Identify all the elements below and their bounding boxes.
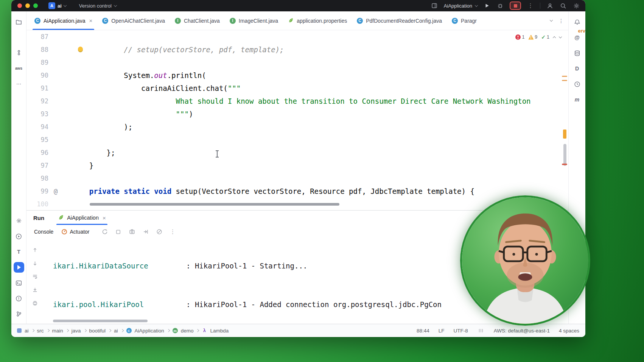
run-tool-icon[interactable] [14, 262, 24, 273]
tab-label: ImageClient.java [239, 18, 278, 24]
editor-horizontal-scrollbar[interactable] [90, 203, 339, 206]
terminal-tool-icon[interactable] [14, 278, 24, 288]
rerun-icon[interactable] [101, 228, 109, 236]
tab-openaichatclient-java[interactable]: C OpenAiChatClient.java [97, 11, 170, 30]
console-horizontal-scrollbar[interactable] [53, 320, 148, 322]
run-config-selector[interactable]: AiApplication [444, 3, 478, 9]
code-line[interactable]: 96 }; [26, 146, 568, 159]
console-more-icon[interactable]: ⋮ [169, 228, 177, 236]
stop-icon [514, 4, 517, 8]
interface-icon: I [175, 18, 181, 24]
project-tool-icon[interactable] [14, 17, 24, 27]
stop-process-icon[interactable] [115, 228, 122, 236]
caret-position[interactable]: 88:44 [417, 328, 429, 334]
search-icon[interactable] [559, 2, 567, 9]
prev-problem-icon[interactable] [553, 36, 556, 39]
zoom-window-button[interactable] [33, 3, 38, 8]
inspections-widget[interactable]: 1 9 ✓1 [514, 33, 563, 41]
project-widget[interactable]: A ai [48, 2, 66, 9]
settings-gear-icon[interactable] [572, 2, 580, 9]
method-icon: m [173, 328, 178, 333]
scroll-end-icon[interactable] [31, 286, 39, 293]
menu-version-control[interactable]: Version control [79, 3, 117, 9]
editor-vertical-scrollbar[interactable] [563, 144, 566, 166]
file-encoding[interactable]: UTF-8 [453, 328, 468, 334]
passed-count: ✓1 [541, 34, 549, 40]
git-branch-icon[interactable] [14, 309, 24, 319]
minimize-window-button[interactable] [25, 3, 30, 8]
aws-toolkit-icon[interactable]: aws [14, 63, 24, 73]
tab-application-properties[interactable]: application.properties [283, 11, 352, 30]
indent-setting[interactable]: 4 spaces [559, 328, 579, 334]
close-window-button[interactable] [17, 3, 22, 8]
breadcrumb[interactable]: ai src main java bootiful ai C AiApplica… [17, 328, 229, 334]
todo-tool-icon[interactable]: T [14, 247, 24, 257]
scroll-up-icon[interactable] [31, 246, 39, 254]
stripe-error-mark [562, 164, 567, 165]
tab-aiapplication-java[interactable]: C AiApplication.java × [30, 11, 97, 30]
ai-assistant-icon[interactable]: @ [572, 32, 582, 43]
aws-connection[interactable]: AWS: default@us-east-1 [494, 328, 550, 334]
tab-paragraph-truncated[interactable]: C Paragr [447, 11, 482, 30]
check-icon: ✓ [541, 34, 546, 40]
services-gear-icon[interactable] [14, 215, 24, 226]
soft-wrap-icon[interactable] [31, 273, 39, 280]
more-tools-icon[interactable]: ⋯ [14, 78, 24, 89]
console-tab[interactable]: Console [33, 226, 54, 237]
problems-tool-icon[interactable] [14, 293, 24, 304]
clear-console-icon[interactable] [156, 228, 163, 236]
code-line[interactable]: 92 What should I know about the transiti… [26, 95, 568, 108]
chevron-right-icon [196, 329, 199, 332]
dependencies-icon[interactable]: D [572, 63, 582, 74]
history-icon[interactable] [572, 79, 582, 89]
code-line[interactable]: 91 carinaAiClient.chat(""" [26, 82, 568, 95]
scroll-to-end-icon[interactable] [142, 228, 149, 236]
close-icon[interactable]: × [103, 215, 106, 221]
code-editor[interactable]: 87 88 // setup(vectorStore, pdf, templat… [26, 30, 568, 210]
more-actions-icon[interactable]: ⋮ [527, 2, 534, 9]
code-line[interactable]: 99 @ private static void setup(VectorSto… [26, 185, 568, 198]
chevron-right-icon [83, 329, 86, 332]
commit-tool-icon[interactable] [14, 47, 24, 58]
scroll-down-icon[interactable] [31, 259, 39, 267]
print-icon[interactable] [31, 299, 39, 307]
code-line[interactable]: 93 """) [26, 108, 568, 120]
code-line[interactable]: 95 [26, 133, 568, 146]
indent-guide-icon[interactable] [477, 327, 485, 334]
notifications-bell-icon[interactable] [572, 17, 582, 27]
chevron-right-icon [66, 329, 69, 332]
run-button[interactable] [483, 2, 491, 9]
status-bar-widgets: 88:44 LF UTF-8 AWS: default@us-east-1 4 … [417, 327, 579, 334]
run-config-name: AiApplication [444, 3, 472, 9]
actuator-tab[interactable]: Actuator [62, 229, 89, 235]
stripe-warning-mark [562, 80, 567, 81]
tab-imageclient-java[interactable]: I ImageClient.java [225, 11, 283, 30]
intention-bulb-icon[interactable] [78, 47, 83, 51]
code-line[interactable]: 97 } [26, 159, 568, 172]
line-separator[interactable]: LF [439, 328, 445, 334]
tool-windows-icon[interactable] [431, 2, 438, 9]
stop-button[interactable] [510, 2, 521, 10]
database-icon[interactable] [572, 48, 582, 58]
warning-count: 9 [528, 34, 537, 40]
chevron-right-icon [31, 329, 34, 332]
thread-dump-icon[interactable] [128, 228, 136, 236]
maven-icon[interactable]: m [572, 94, 582, 105]
tab-options-icon[interactable]: ⋮ [558, 18, 564, 24]
tab-pdfdocumentreaderconfig-java[interactable]: C PdfDocumentReaderConfig.java [352, 11, 447, 30]
tab-chatclient-java[interactable]: I ChatClient.java [170, 11, 225, 30]
debug-tool-icon[interactable] [14, 231, 24, 242]
code-line[interactable]: 94 ); [26, 120, 568, 133]
code-line[interactable]: 88 // setup(vectorStore, pdf, template); [26, 43, 568, 56]
chevron-down-icon[interactable] [550, 19, 553, 22]
debug-button[interactable] [496, 2, 504, 9]
user-icon[interactable] [546, 2, 554, 9]
close-icon[interactable]: × [89, 17, 93, 24]
code-line[interactable]: 87 [26, 30, 568, 43]
tab-bar-controls: ⋮ [550, 11, 568, 30]
code-line[interactable]: 89 [26, 56, 568, 69]
editor-error-stripe[interactable] [562, 30, 568, 210]
run-tab-aiapplication[interactable]: AiApplication × [54, 211, 110, 225]
code-line[interactable]: 98 [26, 172, 568, 185]
code-line[interactable]: 90 System.out.println( [26, 69, 568, 82]
